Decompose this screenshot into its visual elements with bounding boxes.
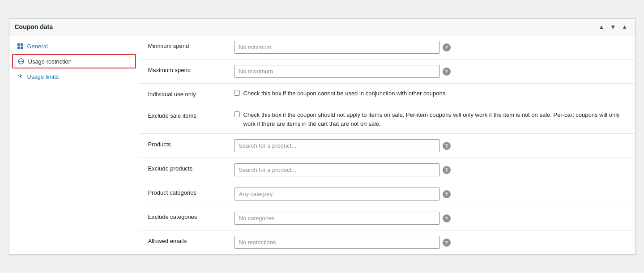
svg-rect-3 (21, 47, 23, 49)
panel-body: General Usage restriction (9, 35, 635, 254)
row-minimum-spend: Minimum spend ? (139, 35, 635, 60)
help-icon-product-categories[interactable]: ? (443, 190, 451, 198)
row-individual-use: Individual use only Check this box if th… (139, 84, 635, 105)
input-exclude-categories[interactable] (234, 212, 440, 225)
control-exclude-sale: Check this box if the coupon should not … (229, 105, 635, 134)
input-exclude-products[interactable] (234, 163, 440, 176)
svg-rect-1 (21, 43, 23, 46)
sidebar-label-usage-limits[interactable]: Usage limits (27, 73, 59, 80)
input-product-categories[interactable] (234, 188, 440, 200)
row-allowed-emails: Allowed emails ? (139, 230, 635, 255)
panel-title: Coupon data (15, 23, 53, 30)
label-exclude-categories: Exclude categories (139, 206, 229, 230)
label-allowed-emails: Allowed emails (139, 230, 229, 255)
usage-limits-icon (17, 73, 24, 80)
row-exclude-sale: Exclude sale items Check this box if the… (139, 105, 635, 134)
input-minimum-spend[interactable] (234, 41, 440, 54)
panel-up-button[interactable]: ▲ (597, 22, 606, 31)
help-icon-maximum-spend[interactable]: ? (443, 68, 451, 76)
sidebar-item-usage-restriction[interactable]: Usage restriction (12, 54, 136, 68)
svg-point-8 (19, 76, 21, 77)
description-individual-use: Check this box if the coupon cannot be u… (243, 89, 447, 98)
control-individual-use: Check this box if the coupon cannot be u… (229, 84, 635, 105)
label-minimum-spend: Minimum spend (139, 35, 229, 60)
svg-rect-2 (17, 47, 20, 49)
help-icon-products[interactable]: ? (443, 142, 451, 150)
svg-line-10 (21, 75, 22, 76)
row-exclude-categories: Exclude categories ? (139, 206, 635, 230)
control-product-categories: ? (229, 182, 635, 206)
usage-restriction-icon (17, 58, 25, 65)
panel-toggle-button[interactable]: ▲ (620, 22, 630, 31)
input-products[interactable] (234, 139, 440, 152)
sidebar-label-general[interactable]: General (27, 43, 48, 50)
checkbox-exclude-sale[interactable] (234, 111, 240, 117)
checkbox-individual-use[interactable] (234, 90, 240, 96)
label-maximum-spend: Maximum spend (139, 60, 229, 84)
control-exclude-categories: ? (229, 206, 635, 230)
row-product-categories: Product categories ? (139, 182, 635, 206)
sidebar-item-general[interactable]: General (9, 39, 139, 53)
row-maximum-spend: Maximum spend ? (139, 60, 635, 84)
help-icon-exclude-categories[interactable]: ? (443, 214, 451, 222)
label-exclude-sale: Exclude sale items (139, 105, 229, 134)
control-maximum-spend: ? (229, 60, 635, 84)
label-product-categories: Product categories (139, 182, 229, 206)
panel-header-controls: ▲ ▼ ▲ (597, 22, 630, 31)
help-icon-minimum-spend[interactable]: ? (443, 43, 451, 51)
control-exclude-products: ? (229, 158, 635, 182)
label-exclude-products: Exclude products (139, 158, 229, 182)
row-exclude-products: Exclude products ? (139, 158, 635, 182)
row-products: Products ? (139, 134, 635, 158)
control-allowed-emails: ? (229, 230, 635, 255)
input-allowed-emails[interactable] (234, 236, 440, 249)
panel-down-button[interactable]: ▼ (608, 22, 618, 31)
label-products: Products (139, 134, 229, 158)
sidebar: General Usage restriction (9, 35, 139, 254)
coupon-panel: Coupon data ▲ ▼ ▲ General (9, 18, 635, 255)
control-minimum-spend: ? (229, 35, 635, 60)
svg-rect-0 (17, 43, 20, 46)
panel-header: Coupon data ▲ ▼ ▲ (9, 19, 635, 35)
sidebar-item-usage-limits[interactable]: Usage limits (9, 69, 139, 84)
sidebar-label-usage-restriction: Usage restriction (28, 58, 72, 65)
description-exclude-sale: Check this box if the coupon should not … (243, 111, 630, 128)
general-icon (17, 43, 24, 50)
help-icon-allowed-emails[interactable]: ? (443, 239, 451, 247)
label-individual-use: Individual use only (139, 84, 229, 105)
control-products: ? (229, 134, 635, 158)
help-icon-exclude-products[interactable]: ? (443, 166, 451, 174)
input-maximum-spend[interactable] (234, 65, 440, 78)
form-table: Minimum spend ? Maximum spend (139, 35, 635, 254)
svg-line-9 (18, 75, 19, 76)
main-content: Minimum spend ? Maximum spend (139, 35, 635, 254)
